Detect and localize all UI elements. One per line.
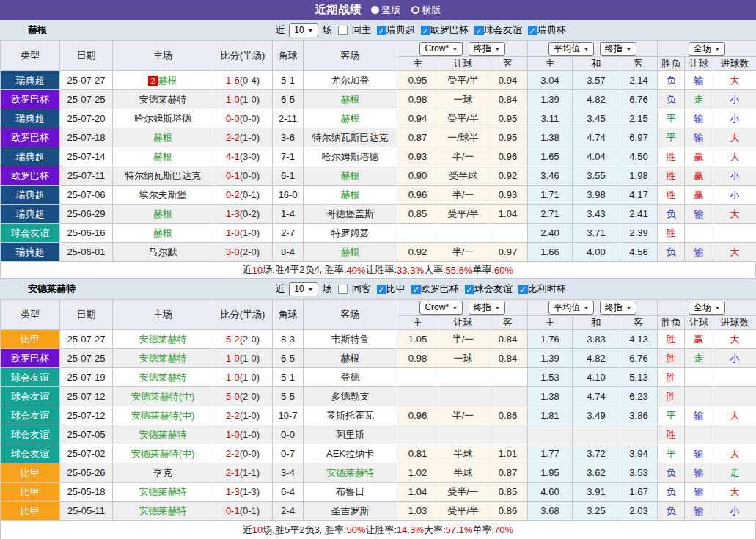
fulltime-score: 5-0	[226, 391, 240, 402]
handicap-line	[438, 368, 488, 387]
result-cell: 胜	[658, 425, 685, 444]
avg-home-odds: 1.39	[528, 349, 573, 368]
avg-source-select[interactable]: 平均值▼	[548, 42, 594, 56]
away-team-cell: 赫根	[304, 166, 397, 186]
title-bar: 近期战绩 竖版 横版	[0, 0, 756, 20]
handicap-away-odds	[488, 387, 528, 406]
filter-bar: 安德莱赫特 近 10▼ 场 同客 ✓比甲✓欧罗巴杯✓球会友谊✓比利时杯	[0, 279, 756, 299]
handicap-home-odds: 0.96	[397, 406, 438, 425]
league-checkbox[interactable]: ✓	[411, 285, 421, 294]
league-filter-label: 比甲	[386, 282, 405, 296]
corner-cell: 0-0	[273, 425, 304, 444]
league-checkbox[interactable]: ✓	[377, 285, 386, 294]
goals-result-cell	[713, 224, 756, 243]
layout-radio-horizontal[interactable]: 横版	[411, 4, 441, 17]
avg-away-odds: 2.14	[620, 71, 658, 90]
goals-result-cell: 走	[713, 463, 756, 483]
result-cell: 胜	[658, 147, 685, 166]
avg-draw-odds: 3.98	[573, 186, 620, 205]
handicap-line: 半/一	[438, 406, 488, 425]
league-checkbox[interactable]: ✓	[474, 26, 484, 35]
handicap-home-odds: 0.92	[397, 243, 438, 262]
league-checkbox[interactable]: ✓	[421, 26, 430, 35]
avg-source-select[interactable]: 平均值▼	[548, 301, 594, 315]
handicap-away-odds: 0.86	[488, 406, 528, 425]
sub-col-avg-draw: 和	[573, 57, 620, 71]
avg-time-select[interactable]: 终指▼	[600, 42, 636, 56]
summary-segment: 70%	[494, 524, 513, 535]
league-type-cell: 瑞典超	[1, 71, 60, 90]
fulltime-score: 1-3	[226, 208, 240, 219]
away-team-name: 特罗姆瑟	[331, 227, 370, 238]
odds-source-select[interactable]: Crow*▼	[419, 42, 463, 56]
sub-col-handicap: 让球	[438, 57, 488, 71]
same-venue-label: 同客	[352, 282, 371, 296]
home-team-name: 安德莱赫特(中)	[131, 410, 195, 421]
avg-away-odds: 2.15	[620, 109, 658, 128]
league-type-cell: 球会友谊	[1, 444, 60, 463]
avg-time-select[interactable]: 终指▼	[600, 301, 636, 315]
col-home: 主场	[113, 300, 213, 330]
league-checkbox[interactable]: ✓	[518, 285, 528, 294]
filter-controls: 近 10▼ 场 同客 ✓比甲✓欧罗巴杯✓球会友谊✓比利时杯	[275, 282, 568, 296]
home-team-cell: 亨克	[113, 463, 213, 483]
goals-result-cell	[713, 387, 756, 406]
col-date: 日期	[60, 300, 113, 330]
handicap-away-odds: 0.95	[488, 128, 528, 147]
goals-result-cell	[713, 368, 756, 387]
avg-source-value: 平均值	[554, 43, 580, 54]
table-row: 欧罗巴杯25-07-11特尔纳瓦斯巴达克0-1(0-0)6-1赫根0.90受半球…	[1, 166, 756, 186]
fulltime-score: 1-0	[226, 372, 240, 383]
scope-select[interactable]: 全场▼	[689, 301, 725, 315]
sub-col-avg-draw: 和	[573, 316, 620, 330]
league-checkbox[interactable]: ✓	[465, 285, 474, 294]
scope-select[interactable]: 全场▼	[689, 42, 725, 56]
same-venue-checkbox[interactable]	[338, 26, 348, 35]
avg-home-odds: 1.66	[528, 243, 573, 262]
layout-radio-vertical[interactable]: 竖版	[371, 4, 401, 17]
record-summary: 近10场,胜4平2负4, 胜率:40% 让胜率:33.3% 大率:55.6% 单…	[0, 262, 756, 279]
col-corner: 角球	[273, 300, 304, 330]
league-checkbox[interactable]: ✓	[528, 26, 537, 35]
away-team-cell: 安德莱赫特	[304, 463, 397, 483]
avg-draw-odds: 4.00	[573, 243, 620, 262]
average-odds-group: 平均值▼ 终指▼	[528, 41, 658, 57]
odds-source-select[interactable]: Crow*▼	[419, 301, 463, 315]
odds-time-select[interactable]: 终指▼	[469, 42, 505, 56]
avg-away-odds: 1.67	[620, 483, 658, 502]
league-filter-label: 欧罗巴杯	[430, 23, 469, 37]
results-body: 瑞典超25-07-272赫根1-6(0-4)5-1尤尔加登0.95受平/半0.9…	[1, 71, 756, 262]
sub-col-result: 胜负	[658, 316, 685, 330]
score-cell: 5-2(2-0)	[213, 330, 273, 349]
halftime-score: (0-2)	[240, 208, 260, 219]
home-team-name: 安德莱赫特	[139, 505, 187, 516]
league-checkbox[interactable]: ✓	[377, 26, 386, 35]
avg-draw-odds: 3.83	[573, 330, 620, 349]
games-count-select[interactable]: 10▼	[289, 282, 318, 296]
avg-draw-odds	[573, 425, 620, 444]
table-row: 欧罗巴杯25-07-25安德莱赫特1-0(1-0)6-5赫根0.98一球0.84…	[1, 349, 756, 368]
date-cell: 25-07-12	[60, 406, 113, 425]
fulltime-score: 1-0	[226, 429, 240, 440]
away-team-name: 赫根	[341, 94, 360, 105]
handicap-home-odds: 1.03	[397, 502, 438, 521]
summary-segment: 大率:	[424, 524, 446, 537]
handicap-away-odds: 1.01	[488, 444, 528, 463]
team-section: 安德莱赫特 近 10▼ 场 同客 ✓比甲✓欧罗巴杯✓球会友谊✓比利时杯 类型	[0, 279, 756, 539]
away-team-cell: 赫根	[304, 109, 397, 128]
handicap-line: 半/一	[438, 243, 488, 262]
away-team-name: 赫根	[341, 189, 360, 200]
league-filter-label: 球会友谊	[484, 23, 522, 37]
handicap-result-cell	[685, 387, 713, 406]
scope-value: 全场	[694, 302, 711, 313]
same-venue-checkbox[interactable]	[338, 285, 348, 294]
home-team-cell: 赫根	[113, 205, 213, 224]
games-label: 场	[323, 23, 332, 37]
odds-time-select[interactable]: 终指▼	[469, 301, 505, 315]
chevron-down-icon: ▼	[493, 302, 501, 313]
games-count-select[interactable]: 10▼	[289, 23, 318, 37]
page-title: 近期战绩	[315, 3, 362, 17]
corner-cell: 10-7	[273, 406, 304, 425]
team-section: 赫根 近 10▼ 场 同主 ✓瑞典超✓欧罗巴杯✓球会友谊✓瑞典杯 类型	[0, 20, 756, 279]
date-cell: 25-07-27	[60, 330, 113, 349]
